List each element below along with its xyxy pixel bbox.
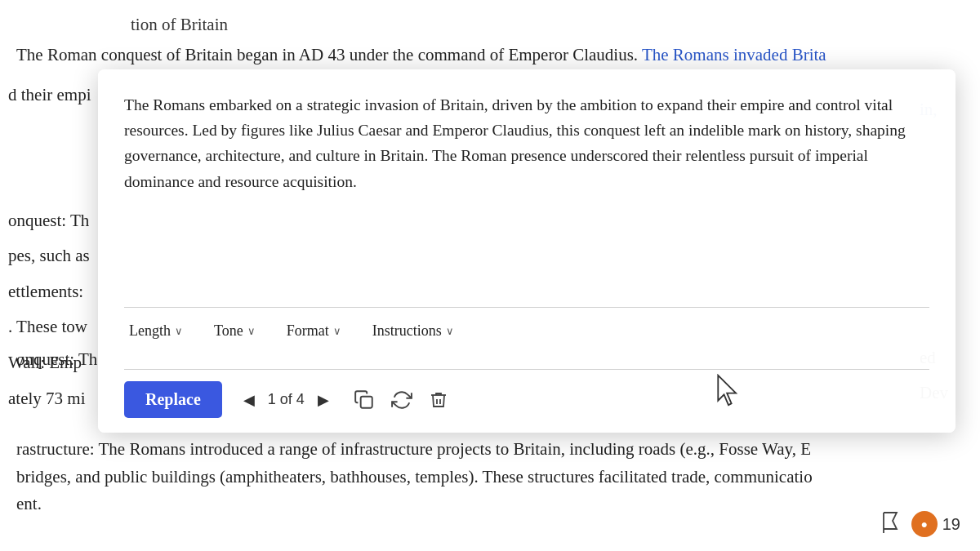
prev-button[interactable]: ◀ (237, 388, 261, 412)
instructions-label: Instructions (372, 322, 442, 340)
divider-2 (124, 369, 929, 370)
left-line-conquest: onquest: Th (8, 207, 110, 235)
left-line-pes: pes, such as (8, 242, 110, 270)
bottom-bg-text: rastructure: The Romans introduced a ran… (0, 436, 980, 518)
popup-body: The Romans embarked on a strategic invas… (124, 92, 929, 292)
tone-label: Tone (214, 322, 243, 340)
bg-link-text: The Romans invaded Brita (642, 45, 826, 64)
length-chevron: ∨ (175, 325, 183, 338)
bg-line-2: The Roman conquest of Britain began in A… (16, 42, 964, 69)
bg-infrastructure-line: rastructure: The Romans introduced a ran… (16, 436, 964, 464)
popup-body-text: The Romans embarked on a strategic invas… (124, 96, 906, 190)
tone-dropdown[interactable]: Tone ∨ (209, 319, 261, 343)
refresh-icon (391, 389, 412, 411)
length-dropdown[interactable]: Length ∨ (124, 319, 188, 343)
bg-bridges-line: bridges, and public buildings (amphithea… (16, 464, 964, 491)
options-toolbar: Length ∨ Tone ∨ Format ∨ Instructions ∨ (124, 319, 929, 343)
left-line-1: d their empi (8, 82, 110, 109)
format-chevron: ∨ (333, 325, 341, 338)
mouse-cursor-icon (714, 374, 743, 407)
format-label: Format (287, 322, 329, 340)
copy-button[interactable] (345, 386, 383, 414)
instructions-dropdown[interactable]: Instructions ∨ (368, 319, 459, 343)
replace-button[interactable]: Replace (124, 381, 222, 418)
cursor-indicator (714, 374, 743, 410)
delete-button[interactable] (421, 386, 457, 414)
result-counter: 1 of 4 (268, 391, 305, 408)
notification-badge[interactable]: ● 19 (911, 511, 960, 537)
tone-chevron: ∨ (247, 325, 256, 338)
copy-icon (354, 389, 375, 411)
trash-icon (429, 389, 448, 411)
left-line-ately: ately 73 mi (8, 385, 110, 413)
next-button[interactable]: ▶ (311, 388, 336, 412)
length-label: Length (129, 322, 171, 340)
bottom-right-bar: ● 19 (880, 510, 960, 538)
svg-rect-0 (360, 396, 372, 407)
left-line-ett: ettlements: (8, 278, 110, 306)
notification-dot: ● (911, 511, 938, 537)
notification-count: 19 (942, 515, 960, 534)
left-line-these: . These tow (8, 313, 110, 341)
format-dropdown[interactable]: Format ∨ (282, 319, 346, 343)
notification-icon-dot: ● (921, 518, 928, 531)
bg-ent-line: ent. (16, 491, 964, 518)
rewrite-popup: The Romans embarked on a strategic invas… (98, 69, 956, 433)
bg-line-1: tion of Britain (131, 11, 964, 38)
flag-button[interactable] (880, 510, 900, 538)
left-line-wall: Wall: Emp (8, 349, 110, 377)
action-row: Replace ◀ 1 of 4 ▶ (124, 381, 929, 418)
refresh-button[interactable] (383, 386, 421, 414)
divider-1 (124, 307, 929, 308)
instructions-chevron: ∨ (446, 325, 454, 338)
flag-icon (880, 510, 900, 533)
